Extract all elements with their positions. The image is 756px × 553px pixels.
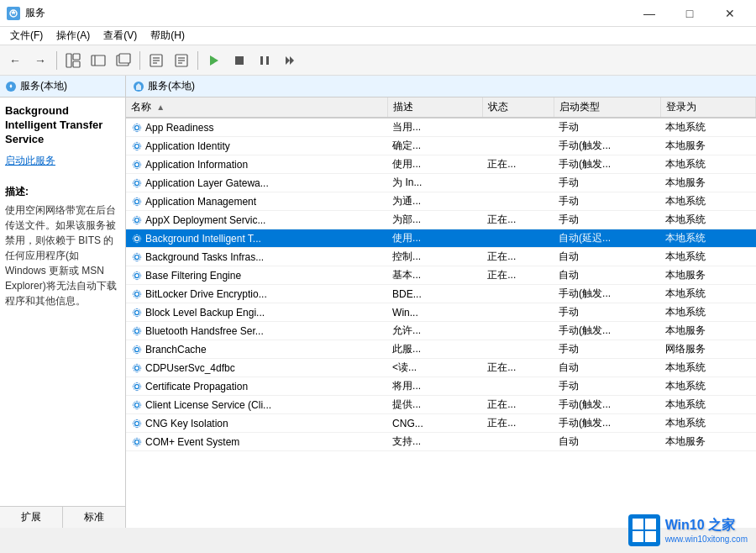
table-row[interactable]: Certificate Propagation将用...手动本地系统 xyxy=(126,377,756,396)
menu-file[interactable]: 文件(F) xyxy=(3,27,50,45)
left-panel-title: 服务(本地) xyxy=(20,79,67,93)
pause-service-button[interactable] xyxy=(253,49,276,72)
table-row[interactable]: Application Layer Gatewa...为 In...手动本地服务 xyxy=(126,174,756,192)
desc-label: 描述: xyxy=(5,185,120,199)
menu-help[interactable]: 帮助(H) xyxy=(144,27,192,45)
table-row[interactable]: CNG Key IsolationCNG...正在...手动(触发...本地系统 xyxy=(126,414,756,433)
forward-button[interactable]: → xyxy=(29,49,52,72)
svg-point-43 xyxy=(135,292,139,296)
service-desc-cell: 为部... xyxy=(387,211,482,229)
service-name-cell: App Readiness xyxy=(126,118,387,137)
service-desc-cell: 为 In... xyxy=(387,174,482,192)
service-startup-cell: 自动 xyxy=(554,266,660,285)
svg-rect-8 xyxy=(119,54,130,63)
gear-icon xyxy=(131,399,143,411)
table-row[interactable]: Application Information使用...正在...手动(触发..… xyxy=(126,155,756,174)
menu-action[interactable]: 操作(A) xyxy=(50,27,97,45)
menu-view[interactable]: 查看(V) xyxy=(97,27,144,45)
table-row[interactable]: Base Filtering Engine基本...正在...自动本地服务 xyxy=(126,266,756,285)
maximize-button[interactable]: □ xyxy=(670,0,709,27)
service-status-cell xyxy=(482,137,554,155)
service-status-cell xyxy=(482,229,554,248)
show-console-tree-button[interactable] xyxy=(61,49,85,72)
service-startup-cell: 自动 xyxy=(554,433,660,451)
back-button[interactable]: ← xyxy=(3,49,27,72)
right-panel-title: 服务(本地) xyxy=(148,79,195,93)
service-login-cell: 本地系统 xyxy=(660,303,755,322)
service-startup-cell: 手动 xyxy=(554,211,660,229)
svg-point-53 xyxy=(135,384,139,388)
gear-icon xyxy=(131,325,143,337)
service-startup-cell: 手动(触发... xyxy=(554,414,660,433)
col-header-startup[interactable]: 启动类型 xyxy=(554,97,660,118)
service-status-cell xyxy=(482,285,554,303)
gear-icon xyxy=(131,307,143,319)
table-row[interactable]: Block Level Backup Engi...Win...手动本地系统 xyxy=(126,303,756,322)
table-row[interactable]: Bluetooth Handsfree Ser...允许...手动(触发...本… xyxy=(126,322,756,340)
col-header-status[interactable]: 状态 xyxy=(482,97,554,118)
service-startup-cell: 手动 xyxy=(554,174,660,192)
svg-marker-22 xyxy=(290,56,294,65)
col-header-login[interactable]: 登录为 xyxy=(660,97,755,118)
start-service-button[interactable] xyxy=(202,49,226,72)
gear-icon xyxy=(131,436,143,448)
gear-icon xyxy=(131,177,143,189)
svg-point-47 xyxy=(135,329,139,333)
table-row[interactable]: Background Tasks Infras...控制...正在...自动本地… xyxy=(126,248,756,266)
col-header-name[interactable]: 名称 ▲ xyxy=(126,97,387,118)
services-local-icon xyxy=(5,81,17,92)
service-status-cell xyxy=(482,303,554,322)
service-desc-cell: 提供... xyxy=(387,396,482,414)
service-desc-cell: 使用... xyxy=(387,229,482,248)
tab-standard[interactable]: 标准 xyxy=(63,507,125,528)
table-row[interactable]: AppX Deployment Servic...为部...正在...手动本地系… xyxy=(126,211,756,229)
service-status-cell xyxy=(482,377,554,396)
services-tbody: App Readiness当用...手动本地系统 Application Ide… xyxy=(126,118,756,451)
service-desc-cell: 支持... xyxy=(387,433,482,451)
table-row[interactable]: BitLocker Drive Encryptio...BDE...手动(触发.… xyxy=(126,285,756,303)
service-name-cell: Application Management xyxy=(126,192,387,211)
svg-rect-3 xyxy=(73,54,80,60)
service-startup-cell: 手动 xyxy=(554,340,660,359)
table-row[interactable]: App Readiness当用...手动本地系统 xyxy=(126,118,756,137)
svg-marker-17 xyxy=(210,55,218,66)
tab-expand[interactable]: 扩展 xyxy=(0,507,63,528)
gear-icon xyxy=(131,140,143,152)
services-table[interactable]: 名称 ▲ 描述 状态 启动类型 登录为 xyxy=(126,97,756,528)
service-startup-cell: 手动 xyxy=(554,192,660,211)
service-status-cell xyxy=(482,118,554,137)
window-title: 服务 xyxy=(25,6,45,20)
service-startup-cell: 自动(延迟... xyxy=(554,229,660,248)
table-row[interactable]: Client License Service (Cli...提供...正在...… xyxy=(126,396,756,414)
service-desc-cell: <读... xyxy=(387,359,482,377)
service-desc-cell: CNG... xyxy=(387,414,482,433)
right-panel: 服务(本地) 名称 ▲ 描述 状态 xyxy=(126,76,756,528)
svg-point-51 xyxy=(135,366,139,370)
minimize-button[interactable]: — xyxy=(630,0,669,27)
table-row[interactable]: Background Intelligent T...使用...自动(延迟...… xyxy=(126,229,756,248)
watermark: Win10 之家 www.win10xitong.com xyxy=(628,514,748,546)
table-row[interactable]: Application Management为通...手动本地系统 xyxy=(126,192,756,211)
service-login-cell: 本地服务 xyxy=(660,433,755,451)
close-button[interactable]: ✕ xyxy=(711,0,749,27)
restart-service-button[interactable] xyxy=(278,49,302,72)
table-row[interactable]: CDPUserSvc_4dfbc<读...正在...自动本地系统 xyxy=(126,359,756,377)
table-row[interactable]: COM+ Event System支持...自动本地服务 xyxy=(126,433,756,451)
stop-service-button[interactable] xyxy=(228,49,251,72)
col-header-desc[interactable]: 描述 xyxy=(387,97,482,118)
svg-point-35 xyxy=(135,218,139,222)
service-login-cell: 本地系统 xyxy=(660,248,755,266)
new-window-button[interactable] xyxy=(112,49,135,72)
watermark-text: Win10 之家 xyxy=(665,517,748,535)
console-button[interactable] xyxy=(87,49,110,72)
table-row[interactable]: BranchCache此服...手动网络服务 xyxy=(126,340,756,359)
svg-rect-4 xyxy=(73,61,80,67)
service-status-cell xyxy=(482,174,554,192)
properties-button[interactable] xyxy=(144,49,168,72)
service-name-cell: COM+ Event System xyxy=(126,433,387,451)
service-login-cell: 本地系统 xyxy=(660,285,755,303)
table-row[interactable]: Application Identity确定...手动(触发...本地服务 xyxy=(126,137,756,155)
service-desc-cell: 此服... xyxy=(387,340,482,359)
start-service-link[interactable]: 启动此服务 xyxy=(5,154,55,168)
help-button[interactable] xyxy=(170,49,193,72)
